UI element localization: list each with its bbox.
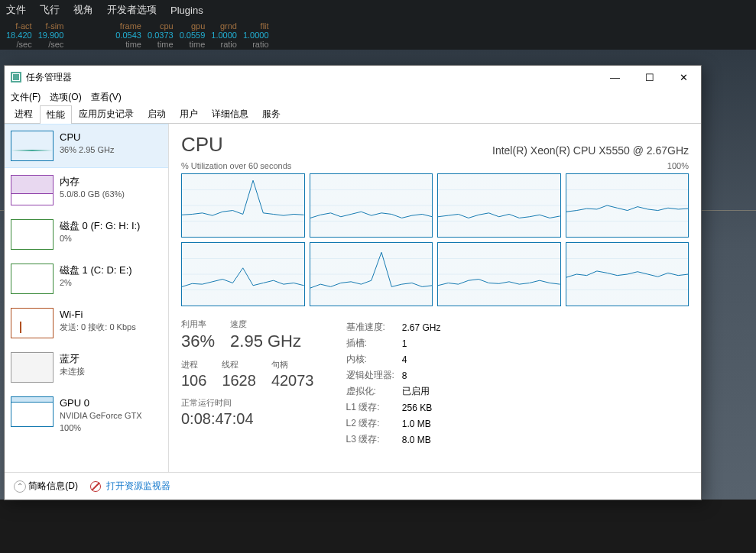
brief-info-toggle[interactable]: ⌃ 简略信息(D)	[14, 480, 78, 493]
background-app-menubar: 文件飞行视角开发者选项Plugins	[0, 0, 756, 20]
sidebar-item-title: 蓝牙	[60, 352, 85, 366]
resmon-icon	[90, 481, 101, 492]
cpu-core-chart-0[interactable]	[181, 173, 305, 238]
footer: ⌃ 简略信息(D) 打开资源监视器	[5, 472, 701, 500]
stat-label: 线程	[222, 359, 256, 370]
bg-menu-item[interactable]: 开发者选项	[107, 3, 157, 17]
sidebar-thumb	[11, 264, 54, 294]
tab-1[interactable]: 性能	[40, 105, 72, 124]
cpu-specs-table: 基准速度:2.67 GHz插槽:1内核:4逻辑处理器:8虚拟化:已启用L1 缓存…	[345, 319, 449, 448]
stat-label: 进程	[181, 359, 206, 370]
task-manager-window: 任务管理器 — ☐ ✕ 文件(F) 选项(O) 查看(V) 进程性能应用历史记录…	[4, 65, 702, 500]
sidebar-item-extra: 100%	[60, 422, 142, 434]
sidebar-item-subtitle: NVIDIA GeForce GTX	[60, 410, 142, 422]
sidebar-item-disk[interactable]: 磁盘 1 (C: D: E:) 2%	[5, 257, 168, 301]
menubar: 文件(F) 选项(O) 查看(V)	[5, 89, 701, 105]
sidebar-item-gpu[interactable]: GPU 0 NVIDIA GeForce GTX 100%	[5, 390, 168, 441]
stat-value: 2.95 GHz	[230, 331, 301, 351]
sidebar-thumb	[11, 396, 54, 427]
sidebar-item-subtitle: 0%	[60, 233, 140, 244]
sidebar-item-subtitle: 2%	[60, 277, 132, 289]
maximize-button[interactable]: ☐	[632, 66, 667, 89]
tab-5[interactable]: 详细信息	[205, 105, 255, 123]
tab-3[interactable]: 启动	[141, 105, 173, 123]
chart-label-right: 100%	[667, 161, 689, 170]
cpu-core-chart-7[interactable]	[566, 242, 689, 306]
spec-row: 虚拟化:已启用	[346, 384, 447, 399]
spec-row: L3 缓存:8.0 MB	[346, 432, 447, 447]
close-button[interactable]: ✕	[667, 66, 701, 89]
sidebar-thumb	[11, 352, 54, 383]
sidebar-item-subtitle: 发送: 0 接收: 0 Kbps	[60, 322, 136, 333]
stat-value: 42073	[271, 372, 314, 390]
chart-label-left: % Utilization over 60 seconds	[181, 161, 291, 170]
app-icon	[11, 72, 21, 82]
sidebar-thumb	[11, 175, 54, 205]
stat-label: 利用率	[181, 319, 215, 330]
uptime-label: 正常运行时间	[181, 397, 314, 409]
sidebar-item-subtitle: 5.0/8.0 GB (63%)	[60, 189, 125, 200]
sidebar-item-wifi[interactable]: Wi-Fi 发送: 0 接收: 0 Kbps	[5, 301, 168, 345]
sidebar-item-subtitle: 36% 2.95 GHz	[60, 144, 115, 156]
tabs: 进程性能应用历史记录启动用户详细信息服务	[5, 105, 701, 124]
bg-menu-item[interactable]: Plugins	[170, 5, 203, 16]
cpu-core-chart-1[interactable]	[310, 173, 433, 238]
window-title: 任务管理器	[26, 71, 72, 84]
spec-row: 逻辑处理器:8	[346, 368, 447, 383]
sidebar-thumb	[11, 219, 54, 250]
sidebar-item-title: CPU	[60, 131, 115, 144]
cpu-core-chart-6[interactable]	[437, 242, 561, 306]
spec-row: 插槽:1	[346, 336, 447, 351]
sidebar-item-cpu[interactable]: CPU 36% 2.95 GHz	[5, 124, 168, 168]
menu-options[interactable]: 选项(O)	[50, 91, 81, 104]
cpu-core-chart-4[interactable]	[181, 242, 305, 306]
cpu-core-chart-5[interactable]	[310, 242, 433, 306]
open-resource-monitor-link[interactable]: 打开资源监视器	[90, 480, 170, 493]
main-pane: CPU Intel(R) Xeon(R) CPU X5550 @ 2.67GHz…	[169, 124, 701, 472]
sidebar-item-bt[interactable]: 蓝牙 未连接	[5, 345, 168, 390]
sidebar-item-title: 内存	[60, 175, 125, 189]
sidebar-item-title: 磁盘 1 (C: D: E:)	[60, 264, 132, 277]
sidebar-thumb	[11, 131, 54, 161]
chevron-up-icon: ⌃	[14, 480, 26, 493]
spec-row: L2 缓存:1.0 MB	[346, 416, 447, 431]
background-app-stats: f-act18.420/secf-sim19.900/secframe0.054…	[0, 20, 756, 52]
sidebar-item-title: GPU 0	[60, 396, 142, 410]
bg-menu-item[interactable]: 文件	[6, 3, 26, 17]
cpu-charts-grid[interactable]	[181, 173, 689, 306]
stat-value: 1628	[222, 372, 256, 390]
tab-6[interactable]: 服务	[255, 105, 287, 123]
bg-menu-item[interactable]: 视角	[73, 3, 93, 17]
tab-2[interactable]: 应用历史记录	[72, 105, 141, 123]
tab-4[interactable]: 用户	[173, 105, 205, 123]
sidebar-item-mem[interactable]: 内存 5.0/8.0 GB (63%)	[5, 168, 168, 212]
sidebar: CPU 36% 2.95 GHz 内存 5.0/8.0 GB (63%) 磁盘 …	[5, 124, 169, 472]
page-title: CPU	[181, 133, 223, 157]
stat-value: 36%	[181, 331, 215, 351]
sidebar-item-subtitle: 未连接	[60, 366, 85, 377]
sidebar-thumb	[11, 308, 54, 338]
spec-row: L1 缓存:256 KB	[346, 400, 447, 415]
bg-menu-item[interactable]: 飞行	[40, 3, 60, 17]
cpu-model: Intel(R) Xeon(R) CPU X5550 @ 2.67GHz	[492, 144, 689, 157]
tab-0[interactable]: 进程	[8, 105, 40, 123]
spec-row: 内核:4	[346, 352, 447, 367]
minimize-button[interactable]: —	[598, 66, 632, 89]
stat-label: 句柄	[271, 359, 314, 370]
uptime-value: 0:08:47:04	[181, 410, 314, 428]
spec-row: 基准速度:2.67 GHz	[346, 320, 447, 335]
sidebar-item-title: Wi-Fi	[60, 308, 136, 322]
menu-file[interactable]: 文件(F)	[11, 91, 41, 104]
stat-value: 106	[181, 372, 206, 390]
cpu-core-chart-3[interactable]	[566, 173, 689, 238]
titlebar[interactable]: 任务管理器 — ☐ ✕	[5, 66, 701, 89]
menu-view[interactable]: 查看(V)	[91, 91, 122, 104]
sidebar-item-disk[interactable]: 磁盘 0 (F: G: H: I:) 0%	[5, 212, 168, 257]
sidebar-item-title: 磁盘 0 (F: G: H: I:)	[60, 219, 140, 233]
cpu-core-chart-2[interactable]	[437, 173, 561, 238]
stat-label: 速度	[230, 319, 301, 330]
background-cockpit	[0, 500, 756, 553]
